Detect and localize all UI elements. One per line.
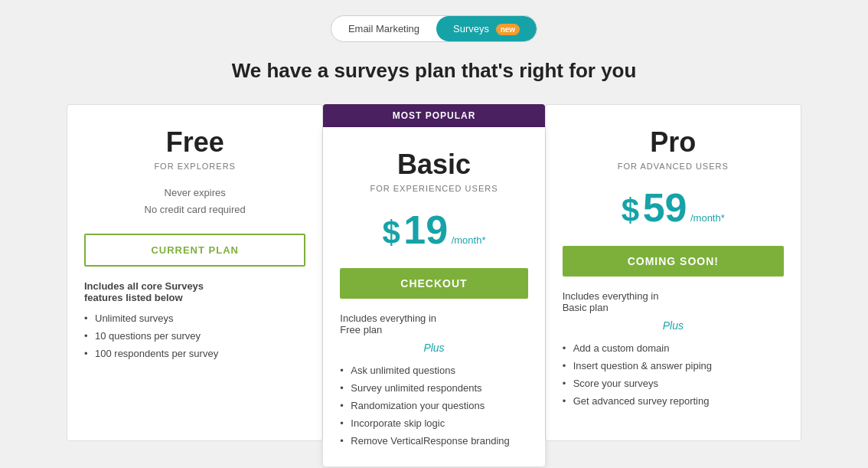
basic-price-dollar: $ (383, 214, 400, 250)
basic-price-amount: 19 (403, 208, 448, 252)
basic-price-period: /month* (452, 234, 486, 246)
page-headline: We have a surveys plan that's right for … (232, 59, 637, 83)
list-item: Randomization your questions (340, 397, 527, 414)
list-item: Add a custom domain (563, 339, 784, 357)
surveys-tab-label: Surveys (453, 23, 489, 34)
pro-price-dollar: $ (622, 192, 639, 228)
list-item: Score your surveys (563, 375, 784, 392)
pro-price-area: $ 59 /month* (563, 185, 784, 231)
free-plan-subtitle: FOR EXPLORERS (84, 162, 305, 171)
current-plan-button[interactable]: CURRENT PLAN (84, 234, 305, 267)
free-includes-text: Includes all core Surveys features liste… (84, 280, 305, 303)
free-plan-name: Free (84, 126, 305, 159)
plan-type-toggle[interactable]: Email Marketing Surveys new (331, 15, 537, 42)
pro-plan-subtitle: FOR ADVANCED USERS (563, 162, 784, 171)
surveys-tab[interactable]: Surveys new (436, 16, 537, 41)
coming-soon-button[interactable]: COMING SOON! (563, 246, 784, 277)
pro-plan-card: Pro FOR ADVANCED USERS $ 59 /month* COMI… (545, 104, 801, 441)
basic-plan-subtitle: FOR EXPERIENCED USERS (340, 184, 527, 193)
pro-plan-name: Pro (563, 126, 784, 159)
list-item: Get advanced survey reporting (563, 392, 784, 410)
free-plan-expiry: Never expires No credit card required (84, 185, 305, 218)
list-item: Insert question & answer piping (563, 357, 784, 375)
pro-feature-list: Add a custom domain Insert question & an… (563, 339, 784, 410)
basic-price-area: $ 19 /month* (340, 207, 527, 253)
plans-container: Free FOR EXPLORERS Never expires No cred… (67, 104, 801, 466)
basic-plan-card: Basic FOR EXPERIENCED USERS $ 19 /month*… (323, 127, 544, 466)
pro-price-amount: 59 (643, 185, 687, 230)
checkout-button[interactable]: CHECKOUT (340, 268, 527, 299)
basic-includes-text: Includes everything in Free plan (340, 313, 527, 335)
pro-plus-label: Plus (563, 319, 784, 332)
list-item: Incorporate skip logic (340, 414, 527, 432)
free-plan-card: Free FOR EXPLORERS Never expires No cred… (67, 104, 323, 441)
list-item: Ask unlimited questions (340, 362, 527, 379)
pro-price-period: /month* (690, 212, 725, 224)
basic-feature-list: Ask unlimited questions Survey unlimited… (340, 362, 527, 450)
basic-plan-name: Basic (340, 149, 527, 181)
list-item: Remove VerticalResponse branding (340, 432, 527, 450)
list-item: Unlimited surveys (84, 309, 305, 327)
basic-plan-wrapper: MOST POPULAR Basic FOR EXPERIENCED USERS… (323, 104, 544, 466)
list-item: 100 respondents per survey (84, 345, 305, 362)
new-badge: new (496, 24, 520, 35)
list-item: Survey unlimited respondents (340, 379, 527, 397)
list-item: 10 questions per survey (84, 327, 305, 345)
pro-includes-text: Includes everything in Basic plan (563, 290, 784, 313)
most-popular-banner: MOST POPULAR (323, 104, 544, 127)
free-feature-list: Unlimited surveys 10 questions per surve… (84, 309, 305, 362)
email-marketing-tab[interactable]: Email Marketing (331, 16, 436, 41)
basic-plus-label: Plus (340, 342, 527, 354)
